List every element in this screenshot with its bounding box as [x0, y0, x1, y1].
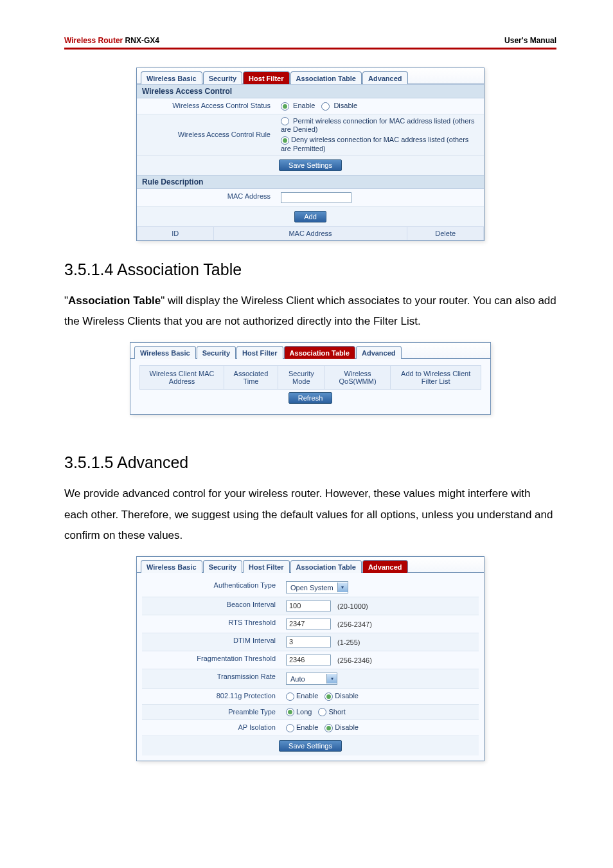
beacon-range: (20-1000) [337, 602, 368, 610]
label-ap-isolation: AP Isolation [142, 720, 281, 736]
label-tx-rate: Transmission Rate [142, 669, 281, 688]
select-auth-type-value: Open System [287, 584, 337, 592]
label-dtim: DTIM Interval [142, 633, 281, 651]
select-tx-rate-value: Auto [287, 675, 326, 683]
radio-deny[interactable] [281, 136, 289, 145]
tab-wireless-basic-2[interactable]: Wireless Basic [134, 346, 196, 359]
radio-ap-disable[interactable] [324, 724, 333, 732]
frag-input[interactable]: 2346 [286, 655, 331, 665]
col-client-mac: Wireless Client MAC Address [140, 366, 224, 390]
label-preamble: Preamble Type [142, 705, 281, 720]
radio-ap-enable[interactable] [286, 724, 294, 732]
save-settings-button[interactable]: Save Settings [279, 159, 342, 171]
tab-host-filter-3[interactable]: Host Filter [243, 560, 289, 573]
tab-bar-2: Wireless Basic Security Host Filter Asso… [130, 343, 490, 359]
add-button[interactable]: Add [294, 211, 326, 222]
paragraph-association: "Association Table" will display the Wir… [64, 291, 556, 332]
paragraph-advanced: We provide advanced control for your wir… [64, 484, 556, 546]
tab-bar-3: Wireless Basic Security Host Filter Asso… [137, 557, 484, 573]
radio-disable-label: Disable [333, 102, 357, 109]
radio-preamble-short[interactable] [318, 708, 326, 716]
radio-gprot-disable-label: Disable [335, 692, 359, 700]
tab-security-3[interactable]: Security [203, 560, 242, 573]
tab-association-table-2[interactable]: Association Table [284, 346, 355, 359]
rules-table: ID MAC Address Delete [137, 226, 484, 240]
refresh-button[interactable]: Refresh [289, 392, 333, 404]
label-beacon: Beacon Interval [142, 597, 281, 615]
brand-name-1: Wireless Router [64, 36, 123, 45]
select-tx-rate[interactable]: Auto ▾ [286, 673, 337, 685]
chevron-down-icon: ▾ [337, 583, 348, 592]
panel-association-table: Wireless Basic Security Host Filter Asso… [130, 342, 491, 415]
chevron-down-icon: ▾ [326, 674, 337, 683]
section-wac: Wireless Access Control [137, 84, 484, 98]
section-rule-desc: Rule Description [137, 175, 484, 189]
radio-permit[interactable] [281, 117, 289, 125]
panel-advanced: Wireless Basic Security Host Filter Asso… [136, 556, 484, 761]
col-delete: Delete [407, 226, 484, 240]
tab-association-table-3[interactable]: Association Table [290, 560, 362, 573]
save-settings-button-2[interactable]: Save Settings [279, 740, 342, 752]
label-wac-status: Wireless Access Control Status [137, 98, 276, 114]
radio-gprot-enable[interactable] [286, 692, 294, 701]
col-security-mode: Security Mode [278, 366, 324, 390]
col-id: ID [138, 226, 214, 240]
radio-ap-enable-label: Enable [296, 723, 318, 731]
radio-gprot-enable-label: Enable [296, 692, 318, 700]
rts-input[interactable]: 2347 [286, 619, 331, 629]
col-add-filter: Add to Wireless Client Filter List [391, 366, 481, 390]
label-wac-rule: Wireless Access Control Rule [137, 127, 276, 141]
brand-name-2: RNX-GX4 [123, 36, 159, 45]
tab-security-2[interactable]: Security [197, 346, 236, 359]
radio-preamble-long-label: Long [296, 708, 312, 716]
rts-range: (256-2347) [337, 620, 372, 628]
select-auth-type[interactable]: Open System ▾ [286, 581, 348, 593]
heading-association-table: 3.5.1.4 Association Table [64, 260, 556, 279]
mac-address-input[interactable] [281, 192, 351, 203]
col-assoc-time: Associated Time [224, 366, 278, 390]
heading-advanced: 3.5.1.5 Advanced [64, 453, 556, 472]
radio-deny-label: Deny wireless connection for MAC address… [281, 136, 468, 152]
tab-security[interactable]: Security [203, 71, 242, 84]
tab-association-table[interactable]: Association Table [290, 71, 362, 84]
label-mac-address: MAC Address [137, 189, 276, 206]
header-rule [64, 48, 556, 50]
tab-wireless-basic[interactable]: Wireless Basic [141, 71, 202, 84]
doc-title: User's Manual [504, 36, 556, 45]
label-rts: RTS Threshold [142, 615, 281, 633]
label-gprotection: 802.11g Protection [142, 689, 281, 704]
tab-advanced[interactable]: Advanced [362, 71, 408, 84]
radio-preamble-long[interactable] [286, 708, 294, 716]
tab-advanced-2[interactable]: Advanced [356, 346, 402, 359]
radio-gprot-disable[interactable] [324, 692, 333, 701]
label-frag: Fragmentation Threshold [142, 651, 281, 669]
frag-range: (256-2346) [337, 656, 372, 664]
tab-advanced-3[interactable]: Advanced [362, 560, 408, 573]
label-auth-type: Authentication Type [142, 578, 281, 597]
radio-enable[interactable] [281, 102, 289, 111]
radio-ap-disable-label: Disable [335, 723, 359, 731]
col-qos: Wireless QoS(WMM) [324, 366, 391, 390]
col-mac: MAC Address [213, 226, 407, 240]
tab-host-filter[interactable]: Host Filter [243, 71, 289, 84]
doc-header: Wireless Router RNX-GX4 User's Manual [64, 36, 556, 45]
radio-permit-label: Permit wireless connection for MAC addre… [281, 117, 475, 134]
tab-bar-1: Wireless Basic Security Host Filter Asso… [137, 68, 484, 84]
dtim-input[interactable]: 3 [286, 637, 331, 647]
radio-preamble-short-label: Short [328, 708, 345, 716]
radio-enable-label: Enable [293, 102, 315, 109]
panel-host-filter: Wireless Basic Security Host Filter Asso… [136, 68, 484, 241]
radio-disable[interactable] [321, 102, 330, 111]
beacon-input[interactable]: 100 [286, 601, 331, 611]
association-table: Wireless Client MAC Address Associated T… [139, 365, 481, 390]
tab-host-filter-2[interactable]: Host Filter [236, 346, 283, 359]
dtim-range: (1-255) [337, 638, 360, 646]
tab-wireless-basic-3[interactable]: Wireless Basic [141, 560, 202, 573]
